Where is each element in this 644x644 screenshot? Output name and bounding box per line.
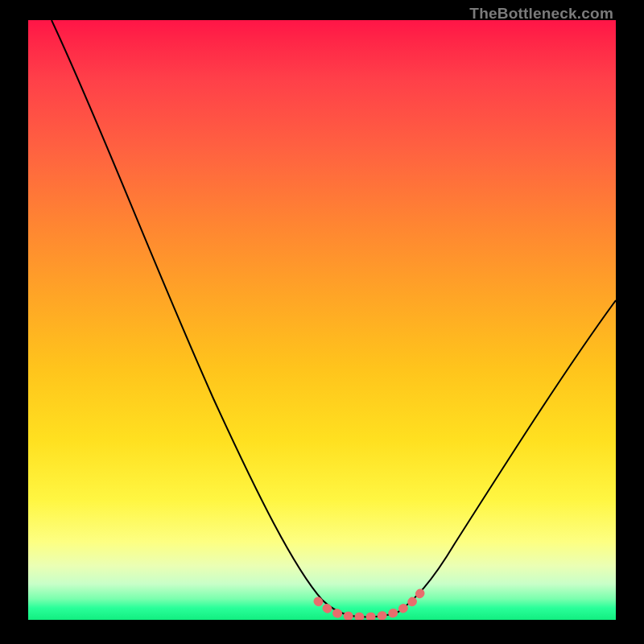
- bottleneck-curve-path: [52, 20, 616, 617]
- curve-svg: [28, 20, 616, 620]
- watermark-text: TheBottleneck.com: [469, 5, 613, 23]
- plot-area: [28, 20, 616, 620]
- highlight-segment-path: [318, 593, 420, 617]
- bottleneck-chart: TheBottleneck.com: [0, 0, 644, 644]
